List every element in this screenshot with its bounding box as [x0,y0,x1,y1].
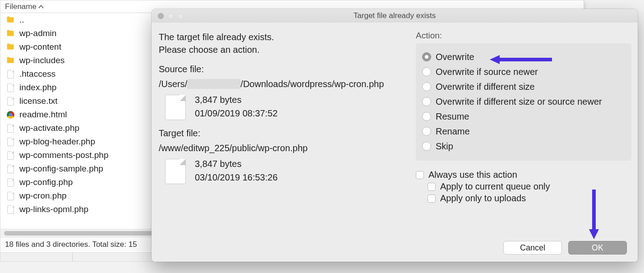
sort-ascending-icon [38,2,44,11]
action-radio-overwrite[interactable]: Overwrite [422,50,626,64]
target-file-label: Target file: [159,128,411,139]
source-file-label: Source file: [159,64,411,74]
file-icon [7,97,14,106]
cancel-button[interactable]: Cancel [503,241,562,254]
radio-label: Rename [436,125,470,138]
file-name-label: license.txt [19,96,57,106]
apply-current-queue-checkbox[interactable]: Apply to current queue only [428,181,631,192]
file-name-label: wp-blog-header.php [19,137,95,147]
target-file-info: 3,847 bytes 03/10/2019 16:53:26 [195,157,278,184]
file-name-label: wp-cron.php [19,191,67,201]
action-radio-overwrite-if-source-newer[interactable]: Overwrite if source newer [422,65,626,79]
radio-icon [422,112,431,121]
ok-button[interactable]: OK [568,241,627,254]
radio-icon [422,97,431,106]
radio-icon [422,52,431,61]
dialog-title: Target file already exists [152,11,638,20]
file-icon [165,95,186,120]
radio-label: Skip [436,139,453,153]
file-name-label: wp-includes [19,56,64,65]
file-name-label: wp-activate.php [19,123,79,133]
radio-icon [422,142,431,151]
file-icon [7,178,14,187]
source-file-path: /Users//Downloads/wordpress/wp-cron.php [159,79,411,89]
folder-icon [6,56,15,65]
window-close-button[interactable] [158,13,164,19]
target-file-path: /www/editwp_225/public/wp-cron.php [159,143,411,153]
radio-label: Overwrite if different size or source ne… [436,95,602,108]
source-file-info: 3,847 bytes 01/09/2019 08:37:52 [195,93,278,120]
file-name-label: wp-content [19,42,61,52]
action-radio-rename[interactable]: Rename [422,125,626,138]
file-name-label: .htaccess [19,69,55,79]
always-use-action-checkbox[interactable]: Always use this action [416,170,631,180]
file-name-label: readme.html [19,110,67,120]
action-radio-resume[interactable]: Resume [422,110,626,123]
radio-label: Overwrite [436,50,474,64]
file-icon [7,151,14,160]
redacted-username [187,79,240,89]
radio-label: Overwrite if different size [436,80,535,93]
file-name-label: wp-config.php [19,177,73,187]
target-file-exists-dialog: Target file already exists The target fi… [152,9,638,262]
file-icon [165,159,186,184]
action-radio-overwrite-if-different-size-or-source-newer[interactable]: Overwrite if different size or source ne… [422,95,626,108]
folder-icon [6,29,15,38]
action-radio-overwrite-if-different-size[interactable]: Overwrite if different size [422,80,626,93]
file-name-label: wp-comments-post.php [19,150,108,160]
file-icon [7,124,14,133]
radio-icon [422,127,431,136]
action-section-label: Action: [416,31,631,41]
file-name-label: wp-links-opml.php [19,204,88,214]
file-name-label: wp-admin [19,28,56,38]
window-zoom-button [178,13,184,19]
radio-icon [422,82,431,91]
apply-only-uploads-checkbox[interactable]: Apply only to uploads [428,193,631,204]
file-name-label: .. [19,15,24,25]
radio-label: Overwrite if source newer [436,65,538,79]
chrome-icon [7,111,14,119]
dialog-titlebar[interactable]: Target file already exists [152,9,638,23]
dialog-message: The target file already exists. Please c… [159,31,411,56]
file-icon [7,83,14,92]
file-icon [7,205,14,214]
panel-splitter[interactable] [72,253,73,262]
action-radio-skip[interactable]: Skip [422,139,626,153]
action-radio-group: OverwriteOverwrite if source newerOverwr… [416,43,631,161]
file-icon [7,70,14,79]
file-name-label: index.php [19,83,56,93]
file-icon [7,192,14,200]
file-name-label: wp-config-sample.php [19,164,103,174]
folder-icon [6,15,15,24]
file-icon [7,165,14,173]
folder-icon [6,42,15,51]
window-minimize-button [168,13,174,19]
radio-label: Resume [436,110,469,123]
file-icon [7,138,14,146]
column-header-label: Filename [5,2,37,11]
radio-icon [422,67,431,76]
